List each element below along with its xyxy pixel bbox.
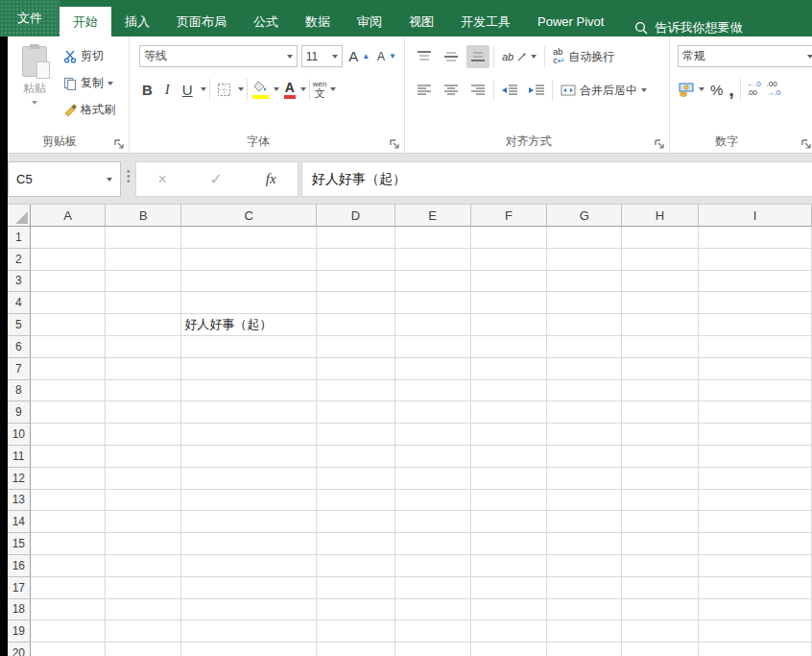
- phonetic-guide-button[interactable]: wén 文: [313, 81, 327, 99]
- tab-file[interactable]: 文件: [0, 0, 60, 36]
- cell-E13[interactable]: [395, 490, 471, 512]
- cell-F4[interactable]: [471, 292, 548, 314]
- cell-I17[interactable]: [699, 577, 812, 599]
- cell-G17[interactable]: [547, 577, 622, 599]
- cell-H12[interactable]: [622, 468, 699, 490]
- shrink-font-button[interactable]: A▼: [375, 50, 398, 63]
- cell-A18[interactable]: [31, 599, 107, 621]
- cell-F11[interactable]: [471, 446, 548, 468]
- cell-D12[interactable]: [317, 468, 395, 490]
- row-header-6[interactable]: 6: [8, 336, 31, 358]
- number-format-combobox[interactable]: 常规: [678, 45, 812, 67]
- cell-C13[interactable]: [181, 490, 317, 512]
- cell-E3[interactable]: [395, 271, 471, 293]
- row-header-13[interactable]: 13: [8, 490, 31, 512]
- cell-F14[interactable]: [471, 511, 548, 533]
- cell-E1[interactable]: [395, 227, 471, 249]
- cell-D13[interactable]: [317, 490, 395, 512]
- cell-D14[interactable]: [317, 511, 395, 533]
- cell-E10[interactable]: [395, 424, 471, 446]
- tab-formulas[interactable]: 公式: [240, 7, 292, 36]
- row-header-12[interactable]: 12: [8, 468, 31, 490]
- name-box[interactable]: C5: [8, 161, 121, 197]
- cell-H9[interactable]: [622, 401, 699, 424]
- cell-D8[interactable]: [317, 380, 395, 402]
- cell-A20[interactable]: [31, 643, 107, 656]
- insert-function-icon[interactable]: fx: [266, 171, 276, 187]
- cell-I16[interactable]: [699, 555, 812, 577]
- align-center-button[interactable]: [440, 79, 463, 102]
- cell-H17[interactable]: [622, 577, 699, 599]
- cell-D10[interactable]: [317, 424, 395, 446]
- cell-A13[interactable]: [31, 490, 107, 512]
- cell-G3[interactable]: [547, 271, 622, 293]
- cell-F9[interactable]: [471, 401, 548, 424]
- cell-F13[interactable]: [471, 490, 548, 512]
- cell-G13[interactable]: [547, 490, 622, 512]
- cell-H13[interactable]: [622, 490, 699, 512]
- cell-I11[interactable]: [699, 446, 812, 468]
- cell-C12[interactable]: [181, 468, 317, 490]
- cell-F18[interactable]: [471, 599, 548, 621]
- paste-dropdown-icon[interactable]: [32, 101, 37, 105]
- cell-F10[interactable]: [471, 424, 548, 446]
- cell-A14[interactable]: [31, 511, 107, 533]
- decrease-indent-button[interactable]: [498, 79, 521, 102]
- cell-G5[interactable]: [547, 314, 622, 336]
- comma-style-button[interactable]: ,: [728, 85, 734, 94]
- row-header-9[interactable]: 9: [8, 401, 31, 424]
- cell-C17[interactable]: [181, 577, 317, 599]
- italic-button[interactable]: I: [160, 81, 175, 99]
- cell-F5[interactable]: [471, 314, 548, 336]
- cell-D17[interactable]: [317, 577, 395, 599]
- cell-D1[interactable]: [317, 227, 395, 249]
- cell-H4[interactable]: [622, 292, 699, 314]
- cell-H8[interactable]: [622, 380, 699, 402]
- cell-F20[interactable]: [471, 643, 548, 656]
- cell-D7[interactable]: [317, 358, 395, 380]
- cell-I15[interactable]: [699, 533, 812, 555]
- borders-dropdown-icon[interactable]: [238, 87, 244, 91]
- row-header-2[interactable]: 2: [8, 249, 31, 271]
- tab-power-pivot[interactable]: Power Pivot: [524, 7, 617, 36]
- cell-E18[interactable]: [395, 599, 471, 621]
- cell-B17[interactable]: [106, 577, 181, 599]
- tell-me-search[interactable]: 告诉我你想要做: [634, 19, 742, 36]
- cell-B15[interactable]: [106, 533, 181, 555]
- row-header-10[interactable]: 10: [8, 424, 31, 446]
- cell-D19[interactable]: [317, 620, 395, 643]
- cell-D6[interactable]: [317, 336, 395, 358]
- cell-I19[interactable]: [699, 620, 812, 643]
- cell-E16[interactable]: [395, 555, 471, 577]
- cell-B7[interactable]: [106, 358, 181, 380]
- row-header-8[interactable]: 8: [8, 380, 31, 402]
- cell-E8[interactable]: [395, 380, 471, 402]
- cell-D5[interactable]: [317, 314, 395, 336]
- cell-A6[interactable]: [31, 336, 107, 358]
- cell-C7[interactable]: [181, 358, 317, 380]
- increase-decimal-button[interactable]: ←.0 .00: [747, 81, 761, 98]
- grow-font-button[interactable]: A▲: [346, 48, 371, 64]
- cell-G12[interactable]: [547, 468, 622, 490]
- column-header-C[interactable]: C: [181, 205, 317, 227]
- cell-G20[interactable]: [547, 643, 622, 656]
- underline-dropdown-icon[interactable]: [201, 87, 206, 91]
- alignment-dialog-launcher-icon[interactable]: [654, 138, 665, 150]
- cell-E19[interactable]: [395, 620, 471, 643]
- enter-icon[interactable]: ✓: [210, 170, 223, 188]
- column-header-H[interactable]: H: [622, 205, 699, 227]
- cell-A2[interactable]: [31, 249, 107, 271]
- align-right-button[interactable]: [466, 79, 490, 102]
- cell-B8[interactable]: [106, 380, 181, 402]
- cell-B12[interactable]: [106, 468, 181, 490]
- cell-I4[interactable]: [699, 292, 812, 314]
- cell-C3[interactable]: [181, 271, 317, 293]
- cell-C6[interactable]: [181, 336, 317, 358]
- font-color-dropdown-icon[interactable]: [300, 87, 306, 91]
- accounting-dropdown-icon[interactable]: [699, 87, 705, 91]
- cell-E5[interactable]: [395, 314, 471, 336]
- cell-B19[interactable]: [106, 620, 181, 643]
- cell-H15[interactable]: [622, 533, 699, 555]
- cell-G14[interactable]: [547, 511, 622, 533]
- cell-G2[interactable]: [547, 249, 622, 271]
